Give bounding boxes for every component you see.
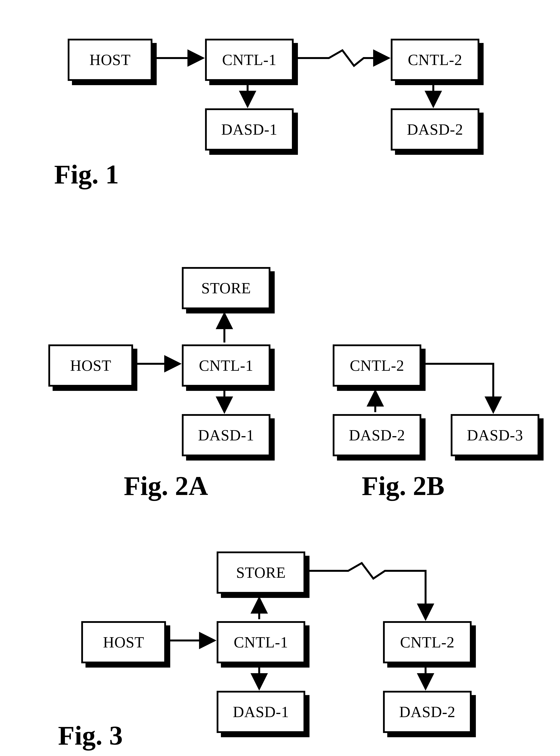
fig2b-cntl2-label: CNTL-2 (350, 357, 404, 374)
fig1-dasd2-label: DASD-2 (407, 121, 463, 138)
fig2b-dasd3-box: DASD-3 (451, 414, 539, 456)
fig1-host-label: HOST (89, 51, 131, 69)
fig1-cntl1-box: CNTL-1 (205, 39, 294, 81)
fig3-cntl2-box: CNTL-2 (383, 621, 472, 663)
fig3-host-box: HOST (81, 621, 166, 663)
fig3-store-label: STORE (236, 564, 286, 581)
fig3-caption: Fig. 3 (58, 720, 123, 751)
fig2b-dasd2-label: DASD-2 (349, 426, 405, 444)
fig3-dasd2-box: DASD-2 (383, 691, 472, 733)
fig2a-caption: Fig. 2A (124, 470, 208, 501)
fig1-dasd1-label: DASD-1 (221, 121, 277, 138)
fig3-store-box: STORE (217, 552, 305, 594)
fig1-host-box: HOST (68, 39, 153, 81)
fig1-cntl2-box: CNTL-2 (391, 39, 479, 81)
fig3-arrow-store-cntl2 (307, 563, 425, 619)
fig2a-store-box: STORE (182, 267, 271, 309)
page: HOST CNTL-1 CNTL-2 DASD-1 DASD-2 Fig. 1 … (0, 0, 560, 756)
fig1-arrow-cntl1-cntl2 (296, 50, 389, 66)
fig3-cntl1-label: CNTL-1 (234, 634, 288, 651)
fig3-dasd1-label: DASD-1 (233, 703, 289, 721)
fig3-host-label: HOST (103, 634, 144, 651)
fig1-caption: Fig. 1 (54, 159, 119, 190)
fig2a-host-label: HOST (70, 357, 112, 374)
fig2b-arrow-cntl2-dasd3 (424, 364, 493, 412)
fig2a-cntl1-label: CNTL-1 (199, 357, 254, 374)
fig2b-cntl2-box: CNTL-2 (333, 344, 421, 386)
fig1-dasd2-box: DASD-2 (391, 108, 479, 151)
fig2a-dasd1-box: DASD-1 (182, 414, 271, 456)
fig1-cntl1-label: CNTL-1 (222, 51, 277, 69)
fig3-cntl2-label: CNTL-2 (400, 634, 455, 651)
fig1-dasd1-box: DASD-1 (205, 108, 294, 151)
fig2b-dasd3-label: DASD-3 (467, 426, 523, 444)
fig2b-caption: Fig. 2B (362, 470, 444, 501)
fig2a-host-box: HOST (48, 344, 133, 386)
fig1-cntl2-label: CNTL-2 (408, 51, 462, 69)
fig3-dasd2-label: DASD-2 (399, 703, 455, 721)
fig2a-dasd1-label: DASD-1 (198, 426, 254, 444)
fig2a-store-label: STORE (201, 279, 251, 297)
fig3-dasd1-box: DASD-1 (217, 691, 305, 733)
fig3-cntl1-box: CNTL-1 (217, 621, 305, 663)
fig2b-dasd2-box: DASD-2 (333, 414, 421, 456)
fig2a-cntl1-box: CNTL-1 (182, 344, 271, 386)
